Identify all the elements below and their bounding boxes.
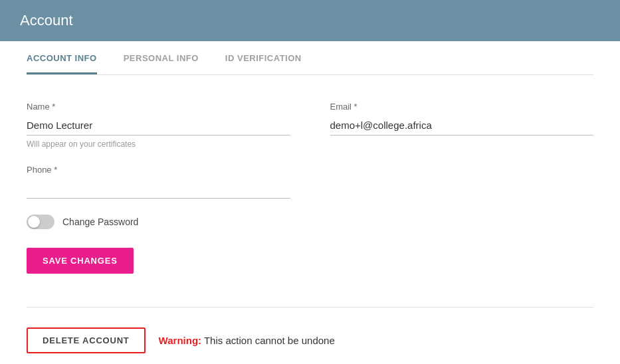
main-content: ACCOUNT INFO PERSONAL INFO ID VERIFICATI… (0, 41, 620, 364)
phone-group: Phone * (27, 165, 290, 199)
name-hint: Will appear on your certificates (27, 139, 290, 149)
email-label: Email * (330, 102, 594, 112)
change-password-toggle[interactable] (27, 215, 54, 229)
change-password-row: Change Password (27, 215, 593, 229)
save-changes-button[interactable]: SAVE CHANGES (27, 248, 134, 274)
phone-label: Phone * (27, 165, 290, 175)
email-group: Email * (330, 102, 594, 149)
tab-account-info[interactable]: ACCOUNT INFO (27, 41, 97, 74)
toggle-thumb (28, 216, 40, 228)
account-info-form: Name * Will appear on your certificates … (27, 95, 593, 360)
name-group: Name * Will appear on your certificates (27, 102, 290, 149)
tab-id-verification[interactable]: ID VERIFICATION (225, 41, 302, 74)
page-header: Account (0, 0, 620, 41)
phone-row: Phone * (27, 165, 593, 199)
tabs-nav: ACCOUNT INFO PERSONAL INFO ID VERIFICATI… (27, 41, 593, 75)
email-input[interactable] (330, 116, 594, 136)
section-divider (27, 307, 593, 308)
delete-account-button[interactable]: DELETE ACCOUNT (27, 327, 146, 353)
tab-personal-info[interactable]: PERSONAL INFO (124, 41, 199, 74)
phone-input[interactable] (27, 179, 290, 199)
name-label: Name * (27, 102, 290, 112)
warning-text: This action cannot be undone (201, 335, 335, 346)
danger-section: DELETE ACCOUNT Warning: This action cann… (27, 321, 593, 353)
change-password-label: Change Password (62, 217, 138, 227)
warning-message: Warning: This action cannot be undone (159, 335, 335, 346)
warning-label: Warning: (159, 335, 201, 346)
page-title: Account (20, 12, 600, 29)
name-input[interactable] (27, 116, 290, 136)
toggle-track (27, 215, 54, 229)
name-email-row: Name * Will appear on your certificates … (27, 102, 593, 149)
